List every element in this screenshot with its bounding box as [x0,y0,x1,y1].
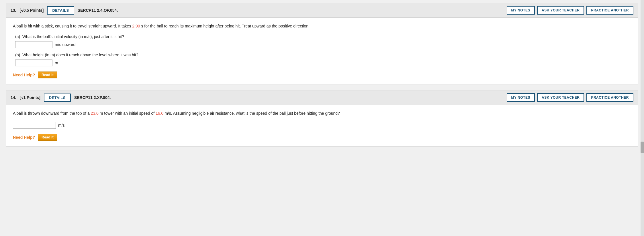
question-13-value-time: 2.90 [132,24,140,28]
question-13-points: [-/0.5 Points] [19,8,44,13]
question-14-points: [-/1 Points] [19,95,40,100]
question-13-read-it-button[interactable]: Read It [38,72,57,78]
question-13-part-a-row: m/s upward [15,41,631,48]
question-14-number: 14. [11,95,16,100]
question-13-part-a: (a) What is the ball's initial velocity … [13,34,631,48]
question-14-read-it-button[interactable]: Read It [38,134,57,141]
question-13-part-b-input[interactable] [15,60,52,66]
question-13-need-help-label: Need Help? [13,73,35,77]
question-14-value-speed: 16.0 [156,111,163,116]
question-14-body: A ball is thrown downward from the top o… [6,105,638,146]
question-13-my-notes-button[interactable]: MY NOTES [507,6,535,15]
question-13-practice-another-button[interactable]: PRACTICE ANOTHER [586,6,633,15]
question-14-my-notes-button[interactable]: MY NOTES [507,93,535,102]
question-13-code: SERCP11 2.4.OP.054. [78,8,503,13]
question-13-text: A ball is hit with a stick, causing it t… [13,23,631,29]
question-13-details-button[interactable]: DETAILS [47,6,74,15]
question-14-answer-row: m/s [13,122,631,129]
question-13-part-a-label: (a) What is the ball's initial velocity … [15,34,631,39]
question-13-part-b-unit: m [55,61,58,65]
question-14-value-height: 23.0 [91,111,99,116]
question-14-header-buttons: MY NOTES ASK YOUR TEACHER PRACTICE ANOTH… [507,93,634,102]
question-13-header: 13. [-/0.5 Points] DETAILS SERCP11 2.4.O… [6,3,638,18]
question-13-ask-teacher-button[interactable]: ASK YOUR TEACHER [537,6,584,15]
question-13-part-b-label: (b) What height (in m) does it reach abo… [15,53,631,57]
question-13-number: 13. [11,8,16,13]
question-14-need-help-label: Need Help? [13,135,35,140]
question-13-part-b: (b) What height (in m) does it reach abo… [13,53,631,66]
question-14-practice-another-button[interactable]: PRACTICE ANOTHER [586,93,633,102]
question-13-part-b-row: m [15,60,631,66]
question-13-part-a-unit: m/s upward [55,42,75,47]
question-14-need-help-row: Need Help? Read It [13,134,631,141]
question-14-text: A ball is thrown downward from the top o… [13,110,631,116]
question-14-unit: m/s [58,123,65,128]
question-13-block: 13. [-/0.5 Points] DETAILS SERCP11 2.4.O… [6,3,638,84]
question-14-code: SERCP11 2.XP.004. [74,95,503,100]
scrollbar[interactable] [641,0,644,155]
question-13-part-a-input[interactable] [15,41,52,48]
question-13-need-help-row: Need Help? Read It [13,72,631,78]
question-14-header: 14. [-/1 Points] DETAILS SERCP11 2.XP.00… [6,90,638,105]
question-14-details-button[interactable]: DETAILS [44,94,71,102]
question-13-body: A ball is hit with a stick, causing it t… [6,18,638,84]
question-13-header-buttons: MY NOTES ASK YOUR TEACHER PRACTICE ANOTH… [507,6,634,15]
question-14-ask-teacher-button[interactable]: ASK YOUR TEACHER [537,93,584,102]
question-14-input[interactable] [13,122,56,129]
question-14-block: 14. [-/1 Points] DETAILS SERCP11 2.XP.00… [6,90,638,146]
scrollbar-thumb[interactable] [641,142,644,153]
